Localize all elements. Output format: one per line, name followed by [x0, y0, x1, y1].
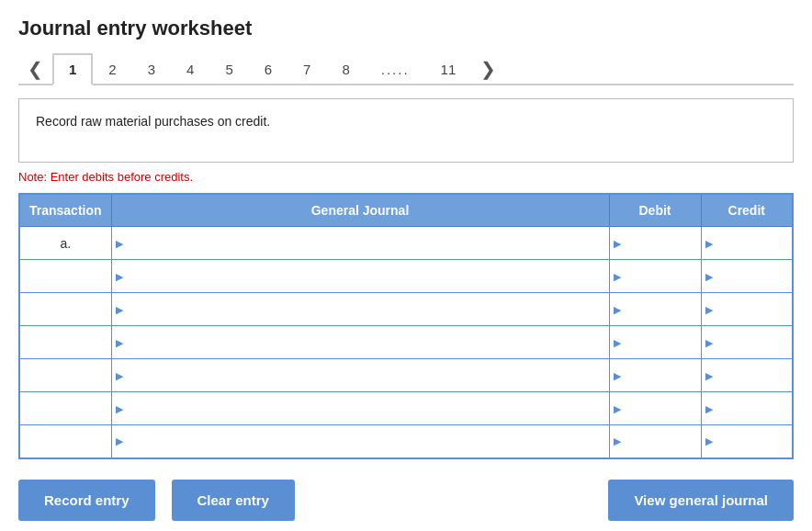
table-row [19, 359, 793, 392]
tab-4[interactable]: 4 [171, 54, 209, 84]
cell-journal-0[interactable] [111, 227, 609, 260]
journal-table: Transaction General Journal Debit Credit… [18, 193, 794, 459]
tab-next-button[interactable]: ❯ [471, 54, 505, 84]
tab-11[interactable]: 11 [425, 54, 472, 84]
tab-7[interactable]: 7 [288, 54, 326, 84]
button-bar: Record entry Clear entry View general jo… [18, 480, 794, 521]
table-row [19, 392, 793, 425]
cell-debit-0[interactable] [609, 227, 701, 260]
cell-debit-6[interactable] [609, 425, 701, 458]
tab-5[interactable]: 5 [209, 54, 248, 84]
cell-credit-4[interactable] [701, 359, 793, 392]
tab-3[interactable]: 3 [132, 54, 171, 84]
cell-transaction-4 [19, 359, 111, 392]
cell-debit-5[interactable] [609, 392, 701, 425]
cell-credit-3[interactable] [701, 326, 793, 359]
cell-debit-1[interactable] [609, 260, 701, 293]
col-header-journal: General Journal [111, 194, 609, 227]
cell-transaction-3 [19, 326, 111, 359]
cell-journal-1[interactable] [111, 260, 609, 293]
cell-credit-0[interactable] [701, 227, 793, 260]
cell-credit-6[interactable] [701, 425, 793, 458]
table-row: a. [19, 227, 793, 260]
page-title: Journal entry worksheet [18, 17, 794, 40]
table-row [19, 260, 793, 293]
tab-1[interactable]: 1 [52, 53, 93, 85]
tab-bar: ❮ 1 2 3 4 5 6 7 8 ..... 11 ❯ [18, 53, 794, 85]
cell-debit-4[interactable] [609, 359, 701, 392]
tab-dots: ..... [366, 54, 425, 84]
cell-debit-2[interactable] [609, 293, 701, 326]
cell-journal-5[interactable] [111, 392, 609, 425]
cell-journal-4[interactable] [111, 359, 609, 392]
table-row [19, 326, 793, 359]
cell-credit-2[interactable] [701, 293, 793, 326]
description-box: Record raw material purchases on credit. [18, 98, 794, 163]
cell-journal-6[interactable] [111, 425, 609, 458]
cell-transaction-1 [19, 260, 111, 293]
tab-2[interactable]: 2 [93, 54, 131, 84]
table-row [19, 293, 793, 326]
cell-transaction-0: a. [19, 227, 111, 260]
clear-entry-button[interactable]: Clear entry [172, 480, 295, 521]
cell-journal-3[interactable] [111, 326, 609, 359]
table-row [19, 425, 793, 458]
cell-transaction-6 [19, 425, 111, 458]
cell-transaction-5 [19, 392, 111, 425]
cell-transaction-2 [19, 293, 111, 326]
col-header-credit: Credit [701, 194, 793, 227]
col-header-debit: Debit [609, 194, 701, 227]
description-text: Record raw material purchases on credit. [36, 114, 270, 129]
view-general-journal-button[interactable]: View general journal [608, 480, 794, 521]
tab-6[interactable]: 6 [249, 54, 288, 84]
cell-journal-2[interactable] [111, 293, 609, 326]
record-entry-button[interactable]: Record entry [18, 480, 155, 521]
tab-8[interactable]: 8 [326, 54, 365, 84]
cell-debit-3[interactable] [609, 326, 701, 359]
col-header-transaction: Transaction [19, 194, 111, 227]
cell-credit-1[interactable] [701, 260, 793, 293]
note-text: Note: Enter debits before credits. [18, 170, 794, 184]
tab-prev-button[interactable]: ❮ [18, 54, 52, 84]
cell-credit-5[interactable] [701, 392, 793, 425]
